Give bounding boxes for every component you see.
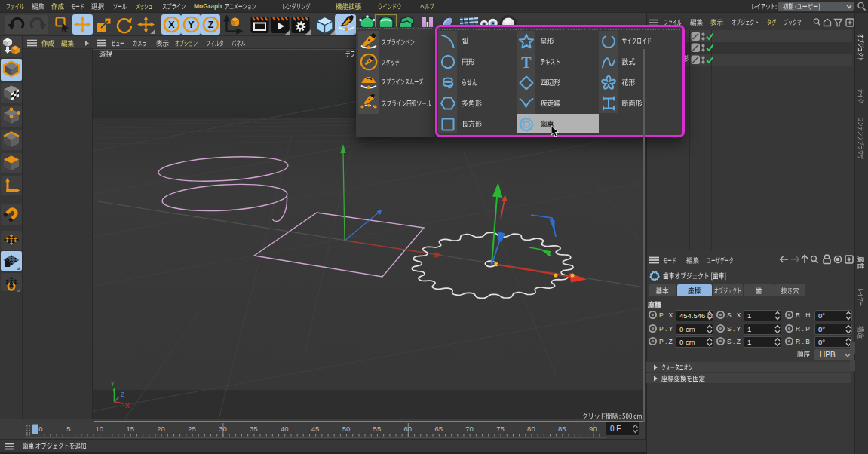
svg-text:45: 45: [311, 425, 320, 433]
svg-text:75: 75: [496, 425, 505, 433]
svg-text:X: X: [125, 402, 130, 410]
svg-text:T: T: [521, 54, 532, 71]
svg-text:35: 35: [250, 425, 258, 433]
svg-text:X: X: [168, 20, 175, 30]
svg-text:Z: Z: [121, 391, 124, 398]
svg-text:65: 65: [434, 425, 443, 433]
svg-text:80: 80: [527, 425, 535, 433]
svg-text:25: 25: [188, 425, 196, 433]
svg-text:Y: Y: [111, 380, 115, 388]
svg-text:40: 40: [281, 425, 289, 433]
svg-text:85: 85: [558, 425, 566, 433]
svg-text:15: 15: [126, 425, 134, 433]
svg-text:Z: Z: [208, 20, 214, 30]
svg-text:Y: Y: [188, 20, 195, 30]
svg-text:90: 90: [589, 425, 597, 433]
svg-text:10: 10: [96, 425, 104, 433]
svg-text:20: 20: [157, 425, 165, 433]
svg-text:50: 50: [342, 425, 351, 433]
svg-text:55: 55: [373, 425, 382, 433]
svg-text:60: 60: [404, 425, 413, 433]
svg-text:30: 30: [219, 425, 227, 433]
svg-text:5: 5: [66, 425, 70, 433]
svg-text:0: 0: [38, 425, 42, 433]
svg-text:70: 70: [465, 425, 474, 433]
